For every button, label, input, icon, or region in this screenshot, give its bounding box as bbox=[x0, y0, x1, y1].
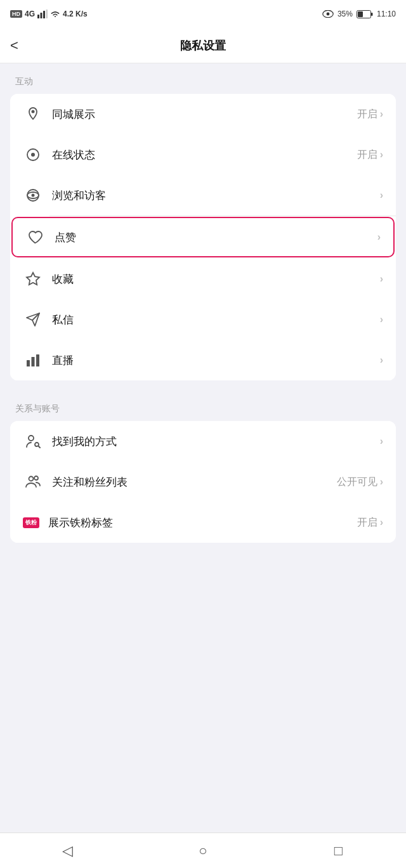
browse-chevron: › bbox=[380, 190, 383, 201]
settings-item-tiefen[interactable]: 铁粉 展示铁粉标签 开启 › bbox=[10, 502, 396, 543]
live-label: 直播 bbox=[52, 353, 377, 368]
settings-item-browse[interactable]: 浏览和访客 › bbox=[10, 175, 396, 216]
svg-point-18 bbox=[29, 436, 34, 441]
eye-status-icon bbox=[322, 10, 334, 18]
svg-point-11 bbox=[31, 153, 35, 157]
network-speed: 4.2 K/s bbox=[63, 10, 88, 18]
settings-item-favorites[interactable]: 收藏 › bbox=[10, 259, 396, 299]
back-button[interactable]: < bbox=[10, 37, 18, 54]
messages-chevron: › bbox=[380, 314, 383, 325]
online-value: 开启 bbox=[357, 148, 377, 162]
findme-label: 找到我的方式 bbox=[52, 434, 377, 449]
tiefen-badge: 铁粉 bbox=[23, 517, 39, 528]
location-icon bbox=[23, 107, 43, 122]
signal-text: 4G bbox=[25, 10, 35, 18]
settings-item-findme[interactable]: 找到我的方式 › bbox=[10, 421, 396, 462]
favorites-chevron: › bbox=[380, 273, 383, 285]
message-icon bbox=[23, 312, 43, 327]
online-chevron: › bbox=[380, 149, 383, 160]
likes-label: 点赞 bbox=[55, 230, 375, 245]
home-nav-button[interactable]: ○ bbox=[189, 837, 217, 865]
battery-icon bbox=[357, 10, 373, 18]
person-search-icon bbox=[23, 434, 43, 449]
people-icon bbox=[23, 474, 43, 489]
browse-icon bbox=[23, 188, 43, 203]
settings-item-follow[interactable]: 关注和粉丝列表 公开可见 › bbox=[10, 462, 396, 502]
svg-point-20 bbox=[29, 477, 34, 481]
online-icon bbox=[23, 147, 43, 162]
follow-value: 公开可见 bbox=[337, 476, 377, 489]
svg-point-21 bbox=[34, 476, 38, 480]
settings-group-account: 找到我的方式 › 关注和粉丝列表 公开可见 › 铁粉 展示铁粉标签 开启 › bbox=[10, 421, 396, 543]
signal-icon bbox=[37, 10, 48, 18]
messages-label: 私信 bbox=[52, 313, 377, 327]
star-icon bbox=[23, 271, 43, 287]
settings-group-hudong: 同城展示 开启 › 在线状态 开启 › 浏览和访客 › bbox=[10, 94, 396, 380]
back-nav-button[interactable]: ◁ bbox=[54, 837, 82, 865]
tiefen-chevron: › bbox=[380, 517, 383, 528]
settings-item-tongcheng[interactable]: 同城展示 开启 › bbox=[10, 94, 396, 134]
live-chevron: › bbox=[380, 354, 383, 366]
settings-item-live[interactable]: 直播 › bbox=[10, 340, 396, 380]
nav-bar: < 隐私设置 bbox=[0, 28, 406, 63]
findme-chevron: › bbox=[380, 436, 383, 447]
svg-point-9 bbox=[32, 110, 35, 113]
svg-point-5 bbox=[326, 13, 329, 16]
battery-percent: 35% bbox=[337, 10, 353, 18]
favorites-label: 收藏 bbox=[52, 272, 377, 287]
section-header-hudong: 互动 bbox=[0, 63, 406, 94]
svg-rect-8 bbox=[371, 13, 373, 16]
tongcheng-chevron: › bbox=[380, 108, 383, 120]
settings-item-likes[interactable]: 点赞 › bbox=[11, 217, 395, 257]
status-right: 35% 11:10 bbox=[322, 10, 396, 18]
tiefen-value: 开启 bbox=[357, 516, 377, 529]
follow-label: 关注和粉丝列表 bbox=[52, 475, 337, 489]
svg-rect-16 bbox=[32, 357, 35, 366]
section-header-account: 关系与账号 bbox=[0, 391, 406, 421]
status-left: HD 4G 4.2 K/s bbox=[10, 10, 88, 18]
time: 11:10 bbox=[377, 10, 396, 18]
settings-item-online[interactable]: 在线状态 开启 › bbox=[10, 134, 396, 175]
svg-rect-0 bbox=[37, 15, 39, 18]
svg-point-14 bbox=[32, 194, 35, 197]
online-label: 在线状态 bbox=[52, 148, 357, 162]
browse-label: 浏览和访客 bbox=[52, 188, 377, 203]
svg-rect-17 bbox=[36, 354, 39, 366]
status-bar: HD 4G 4.2 K/s 35% 11:10 bbox=[0, 0, 406, 28]
heart-icon bbox=[25, 230, 46, 245]
svg-rect-7 bbox=[358, 11, 363, 17]
bar-chart-icon bbox=[23, 353, 43, 368]
square-nav-button[interactable]: □ bbox=[324, 837, 352, 865]
page-title: 隐私设置 bbox=[180, 38, 226, 53]
follow-chevron: › bbox=[380, 476, 383, 488]
hd-badge: HD bbox=[10, 10, 22, 18]
tiefen-label: 展示铁粉标签 bbox=[48, 515, 357, 530]
tongcheng-value: 开启 bbox=[357, 108, 377, 121]
bottom-nav: ◁ ○ □ bbox=[0, 832, 406, 868]
svg-rect-3 bbox=[46, 10, 48, 18]
likes-chevron: › bbox=[377, 231, 381, 243]
svg-rect-15 bbox=[27, 360, 30, 366]
wifi-icon bbox=[50, 10, 60, 18]
settings-item-messages[interactable]: 私信 › bbox=[10, 299, 396, 340]
svg-rect-1 bbox=[41, 13, 43, 18]
tongcheng-label: 同城展示 bbox=[52, 107, 357, 122]
svg-rect-2 bbox=[43, 11, 45, 18]
